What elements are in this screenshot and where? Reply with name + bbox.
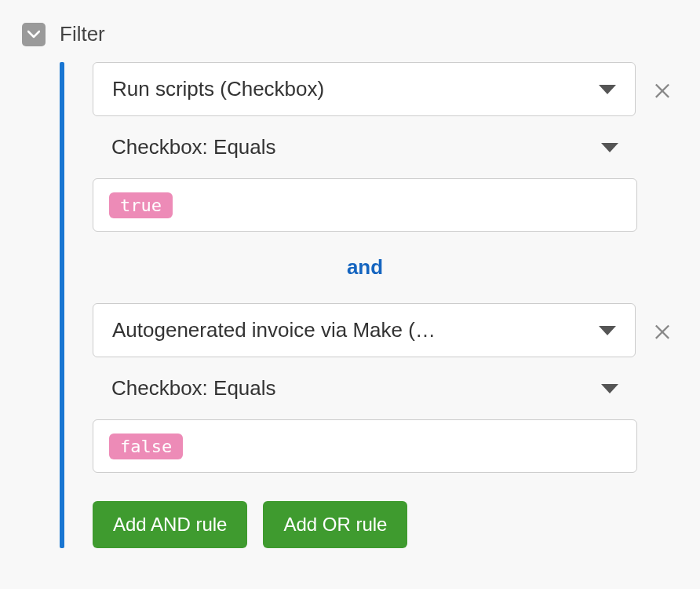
caret-down-icon bbox=[599, 85, 616, 94]
filter-label: Filter bbox=[60, 22, 105, 46]
field-select-value: Run scripts (Checkbox) bbox=[112, 77, 324, 101]
chevron-down-icon bbox=[27, 30, 40, 39]
combinator-label: and bbox=[93, 232, 637, 303]
add-or-rule-button[interactable]: Add OR rule bbox=[263, 501, 407, 548]
field-row: Run scripts (Checkbox) bbox=[93, 62, 673, 116]
collapse-toggle[interactable] bbox=[22, 23, 46, 46]
operator-select[interactable]: Checkbox: Equals bbox=[93, 124, 637, 170]
close-icon bbox=[651, 320, 673, 342]
caret-down-icon bbox=[601, 143, 618, 152]
group-indicator-bar bbox=[60, 62, 64, 548]
value-tag: false bbox=[109, 434, 183, 459]
value-input[interactable]: false bbox=[93, 419, 637, 473]
field-row: Autogenerated invoice via Make (… bbox=[93, 303, 673, 357]
close-icon bbox=[651, 79, 673, 101]
remove-rule-button[interactable] bbox=[651, 79, 673, 101]
caret-down-icon bbox=[599, 326, 616, 335]
field-select-value: Autogenerated invoice via Make (… bbox=[112, 318, 436, 342]
filter-header: Filter bbox=[22, 22, 678, 46]
rule-block: Autogenerated invoice via Make (… Checkb… bbox=[93, 303, 678, 473]
rule-block: Run scripts (Checkbox) Checkbox: Equals … bbox=[93, 62, 678, 232]
value-tag: true bbox=[109, 192, 173, 218]
button-row: Add AND rule Add OR rule bbox=[93, 501, 678, 548]
operator-select[interactable]: Checkbox: Equals bbox=[93, 365, 637, 412]
value-input[interactable]: true bbox=[93, 178, 637, 232]
caret-down-icon bbox=[601, 384, 618, 393]
rules-container: Run scripts (Checkbox) Checkbox: Equals … bbox=[60, 62, 678, 548]
operator-value: Checkbox: Equals bbox=[111, 135, 276, 159]
remove-rule-button[interactable] bbox=[651, 320, 673, 342]
add-and-rule-button[interactable]: Add AND rule bbox=[93, 501, 247, 548]
field-select[interactable]: Autogenerated invoice via Make (… bbox=[93, 303, 636, 357]
field-select[interactable]: Run scripts (Checkbox) bbox=[93, 62, 636, 116]
operator-value: Checkbox: Equals bbox=[111, 376, 276, 401]
rules-body: Run scripts (Checkbox) Checkbox: Equals … bbox=[93, 62, 678, 548]
